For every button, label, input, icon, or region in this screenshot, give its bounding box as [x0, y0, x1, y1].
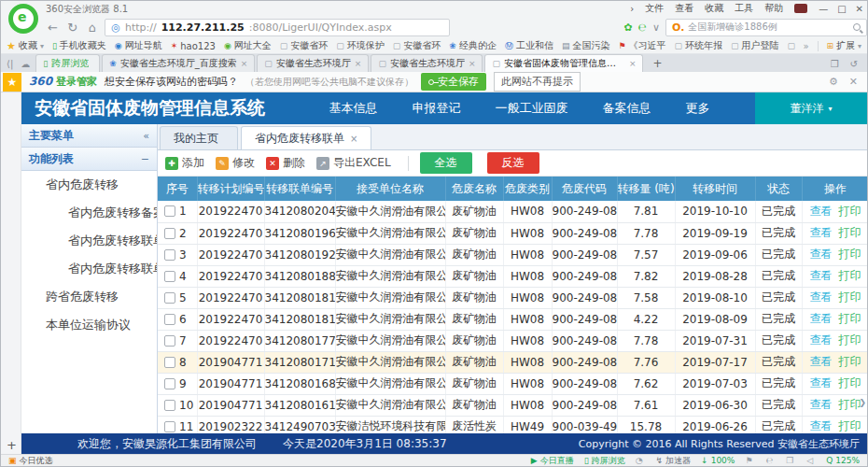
column-header[interactable]: 危废代码: [552, 177, 617, 201]
statusbar-tool[interactable]: ▯ 跨屏浏览: [584, 455, 625, 467]
column-header[interactable]: 接受单位名称: [335, 177, 445, 201]
content-tab[interactable]: 省内危废转移联单 ×: [241, 126, 371, 149]
minimize-button[interactable]: —: [819, 4, 828, 14]
addr-action-icon[interactable]: ∨: [652, 21, 660, 34]
row-checkbox[interactable]: [164, 421, 175, 432]
statusbar-tool[interactable]: ℮: [765, 455, 776, 467]
edit-button[interactable]: ✎ 修改: [216, 155, 255, 171]
bookmark-item[interactable]: ⚑ 《习近平: [618, 39, 665, 52]
view-link[interactable]: 查看: [810, 355, 833, 368]
sidebar-item[interactable]: 省内危废转移联单退回: [21, 255, 157, 283]
row-checkbox[interactable]: [164, 400, 175, 411]
tab-close-icon[interactable]: ×: [629, 59, 637, 68]
export-excel-button[interactable]: ↗ 导出EXCEL: [316, 155, 391, 171]
bookmark-item[interactable]: ❀ 经典的企: [449, 39, 497, 52]
print-link[interactable]: 打印: [839, 226, 861, 239]
sidebar-item[interactable]: 省内危废转移联单: [21, 227, 157, 255]
back-button[interactable]: ←: [46, 21, 60, 35]
statusbar-tool[interactable]: ❐: [786, 455, 796, 467]
statusbar-tool[interactable]: ⚑: [745, 455, 755, 467]
bookmarks-overflow-button[interactable]: »: [804, 41, 809, 51]
notification-close-icon[interactable]: ✕: [849, 76, 858, 88]
close-button[interactable]: ✕: [856, 4, 863, 14]
bookmark-item[interactable]: ▢ 环境保护: [336, 39, 385, 52]
browser-logo-icon[interactable]: e: [8, 4, 38, 34]
tabbar-tool-icon[interactable]: ⟨|: [5, 59, 19, 72]
menu-item[interactable]: 工具: [735, 2, 753, 15]
bookmark-item[interactable]: Ⓜ 工业和信: [505, 39, 553, 52]
search-input[interactable]: O. 全国新增确诊1886例: [665, 19, 867, 36]
bookmark-item[interactable]: ▢ 安徽省环: [393, 39, 441, 52]
maximize-button[interactable]: □: [837, 4, 846, 14]
row-checkbox[interactable]: [164, 314, 175, 325]
sidebar-item[interactable]: 省内危废转移: [21, 171, 157, 199]
tabbar-tool-icon[interactable]: ☁: [19, 59, 35, 72]
view-link[interactable]: 查看: [810, 205, 833, 218]
view-link[interactable]: 查看: [810, 290, 833, 304]
print-link[interactable]: 打印: [839, 355, 861, 368]
print-link[interactable]: 打印: [839, 312, 861, 325]
new-tab-button[interactable]: +: [645, 57, 669, 72]
browser-tab[interactable]: ▢ 安徽省生态环境厅 ×: [371, 54, 483, 72]
search-icon[interactable]: [853, 23, 861, 31]
column-header[interactable]: 危废类别: [503, 177, 552, 201]
statusbar-tool[interactable]: ◔: [636, 455, 646, 467]
row-checkbox[interactable]: [164, 357, 175, 368]
tab-close-icon[interactable]: ×: [355, 59, 362, 68]
row-checkbox[interactable]: [164, 205, 175, 217]
print-link[interactable]: 打印: [839, 290, 861, 304]
print-link[interactable]: 打印: [839, 205, 861, 218]
view-link[interactable]: 查看: [810, 248, 833, 261]
collapse-icon[interactable]: «: [143, 130, 149, 142]
nav-item[interactable]: 备案信息: [603, 100, 651, 117]
column-header[interactable]: 危废名称: [445, 177, 503, 201]
invert-selection-button[interactable]: 反选: [487, 152, 539, 174]
bookmark-item[interactable]: ▤ 全国污染: [562, 39, 610, 52]
column-header[interactable]: 操作: [802, 177, 867, 201]
statusbar-tool[interactable]: Q 125%: [826, 455, 860, 467]
column-header[interactable]: 状态: [755, 177, 802, 201]
column-header[interactable]: 转移量 (吨): [617, 177, 675, 201]
view-link[interactable]: 查看: [810, 398, 833, 411]
tabbar-action-icon[interactable]: ❐: [831, 59, 839, 69]
bookmark-item[interactable]: ▯ 手机收藏夹: [52, 39, 106, 52]
row-checkbox[interactable]: [164, 228, 175, 239]
refresh-button[interactable]: ↻: [65, 21, 79, 35]
menu-item[interactable]: 收藏: [705, 2, 723, 15]
menu-item[interactable]: 文件: [645, 2, 664, 15]
select-all-button[interactable]: 全选: [420, 152, 472, 174]
statusbar-tool[interactable]: ◁: [806, 455, 816, 467]
save-password-button[interactable]: 安全保存: [421, 73, 486, 91]
view-link[interactable]: 查看: [810, 226, 833, 239]
row-checkbox[interactable]: [164, 378, 175, 389]
row-checkbox[interactable]: [164, 249, 175, 261]
statusbar-tool[interactable]: ▶ 今日直播: [531, 455, 574, 467]
column-header[interactable]: 转移联单编号: [264, 177, 335, 201]
delete-button[interactable]: ✕ 删除: [266, 155, 305, 171]
favorites-button[interactable]: ★ 收藏 ▾: [7, 39, 44, 52]
bookmark-item[interactable]: ◉ 网址大全: [224, 39, 272, 52]
bookmark-item[interactable]: ▢ 安徽省重: [788, 39, 795, 52]
scroll-arrow-icon[interactable]: ❯: [859, 398, 866, 407]
tab-close-icon[interactable]: ×: [350, 134, 357, 144]
sidebar-item[interactable]: 省内危废转移备案: [21, 199, 157, 227]
home-button[interactable]: ⌂: [85, 21, 99, 35]
menu-item[interactable]: 查看: [675, 2, 693, 15]
content-tab[interactable]: 我的主页: [160, 126, 238, 149]
nav-item[interactable]: 基本信息: [329, 100, 378, 117]
print-link[interactable]: 打印: [839, 376, 861, 389]
side-panel-add-button[interactable]: +: [7, 438, 17, 452]
daily-picks-button[interactable]: ▣ 今日优选: [8, 455, 53, 467]
sidebar-item[interactable]: 跨省危废转移: [21, 283, 157, 311]
view-link[interactable]: 查看: [810, 269, 833, 282]
sidebar-item[interactable]: 本单位运输协议: [21, 311, 157, 339]
print-link[interactable]: 打印: [839, 419, 861, 432]
never-ask-button[interactable]: 此网站不再提示: [494, 72, 581, 92]
tabbar-action-icon[interactable]: ↺: [850, 59, 858, 69]
theme-icon[interactable]: [794, 4, 807, 13]
browser-tab[interactable]: ▢ 安徽省生态环境厅 ×: [257, 54, 369, 72]
bookmark-item[interactable]: ◉ 网址导航: [115, 39, 162, 52]
print-link[interactable]: 打印: [839, 248, 861, 261]
view-link[interactable]: 查看: [810, 312, 833, 325]
url-input[interactable]: ◎ http://112.27.211.25:8080/LigerUI/QYIn…: [105, 19, 450, 36]
